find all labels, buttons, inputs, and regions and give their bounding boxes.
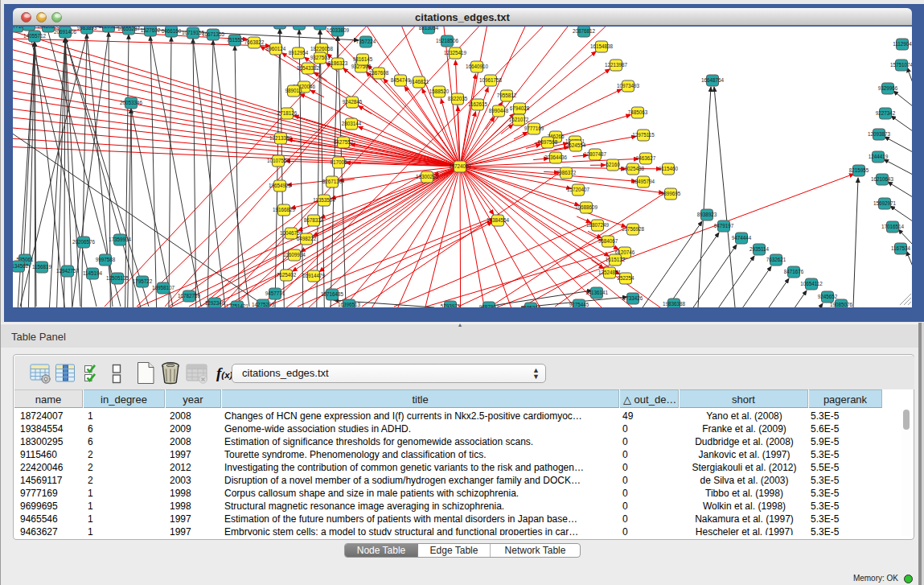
svg-text:12942757: 12942757 (56, 268, 80, 274)
svg-text:9457771: 9457771 (265, 290, 285, 296)
svg-text:1588520: 1588520 (429, 89, 450, 94)
svg-text:20691406: 20691406 (54, 29, 77, 35)
svg-text:16033809: 16033809 (326, 27, 350, 33)
svg-text:1795722: 1795722 (133, 278, 153, 284)
svg-text:16648764: 16648764 (701, 77, 725, 83)
svg-text:16914479: 16914479 (302, 273, 326, 278)
svg-text:2367608: 2367608 (369, 70, 389, 76)
svg-text:13524851: 13524851 (598, 270, 622, 275)
svg-text:19085076: 19085076 (830, 302, 853, 307)
svg-text:1162615: 1162615 (468, 101, 488, 107)
svg-text:3624554: 3624554 (566, 142, 586, 148)
svg-text:8215955: 8215955 (849, 167, 869, 173)
svg-text:8678334: 8678334 (304, 217, 324, 223)
svg-text:7986372: 7986372 (556, 170, 577, 175)
svg-text:12213389: 12213389 (269, 135, 293, 141)
svg-text:12505135: 12505135 (106, 275, 129, 281)
svg-text:16782759: 16782759 (178, 293, 201, 299)
svg-text:7625402: 7625402 (277, 272, 297, 278)
svg-text:6794028: 6794028 (510, 105, 530, 111)
svg-text:2935114: 2935114 (749, 246, 770, 252)
svg-text:8990448: 8990448 (489, 108, 509, 113)
svg-text:10655287: 10655287 (117, 27, 141, 31)
svg-text:14275203: 14275203 (252, 302, 275, 307)
svg-text:7663822: 7663822 (244, 39, 265, 45)
svg-text:989013: 989013 (285, 88, 302, 93)
svg-text:10025438: 10025438 (622, 166, 645, 171)
svg-text:15692971: 15692971 (873, 200, 897, 206)
svg-text:17016514: 17016514 (881, 224, 905, 229)
svg-text:9997588: 9997588 (96, 257, 116, 262)
svg-text:20206576: 20206576 (72, 239, 96, 245)
svg-text:17751421: 17751421 (226, 303, 249, 307)
svg-text:8471676: 8471676 (784, 269, 804, 274)
svg-text:3220921: 3220921 (99, 27, 119, 29)
svg-text:9327503: 9327503 (310, 55, 331, 60)
svg-text:9777169: 9777169 (524, 126, 544, 131)
svg-text:9115460: 9115460 (659, 166, 679, 171)
svg-text:16154838: 16154838 (590, 43, 614, 49)
svg-text:2803144: 2803144 (342, 121, 362, 126)
svg-text:20364436: 20364436 (544, 154, 568, 160)
svg-text:1527602: 1527602 (141, 27, 161, 33)
svg-text:9899695: 9899695 (661, 191, 681, 196)
svg-text:18724007: 18724007 (449, 163, 472, 169)
svg-text:1145194: 1145194 (83, 270, 103, 276)
svg-text:12325419: 12325419 (444, 50, 467, 56)
svg-text:8454749: 8454749 (391, 77, 411, 83)
svg-text:8267130: 8267130 (322, 179, 343, 184)
svg-text:9245652: 9245652 (818, 294, 838, 299)
svg-text:12093873: 12093873 (868, 131, 891, 137)
svg-text:5793975: 5793975 (441, 303, 461, 307)
svg-text:19166829: 19166829 (273, 207, 296, 212)
svg-text:19384554: 19384554 (487, 217, 510, 223)
svg-text:1733426: 1733426 (623, 295, 643, 301)
svg-text:19218506: 19218506 (436, 38, 459, 43)
svg-text:7485063: 7485063 (628, 109, 648, 115)
svg-text:12975115: 12975115 (632, 132, 655, 138)
svg-text:1615132: 1615132 (606, 257, 626, 262)
svg-text:1292346: 1292346 (205, 300, 225, 306)
svg-text:7955812: 7955812 (497, 93, 517, 98)
svg-text:17359934: 17359934 (109, 237, 132, 242)
svg-text:5685216: 5685216 (521, 305, 541, 307)
svg-text:18300295: 18300295 (416, 174, 439, 179)
svg-text:15716485: 15716485 (321, 291, 344, 297)
svg-text:917006: 917006 (330, 159, 347, 165)
svg-text:16396513: 16396513 (338, 302, 361, 307)
svg-text:11609934: 11609934 (283, 252, 306, 257)
svg-text:10107554: 10107554 (267, 158, 290, 163)
svg-text:16640910: 16640910 (466, 64, 489, 69)
svg-text:10756928: 10756928 (622, 226, 645, 232)
svg-text:12213987: 12213987 (605, 62, 628, 68)
svg-text:9463627: 9463627 (636, 155, 656, 161)
svg-text:9329966: 9329966 (878, 85, 898, 91)
svg-text:252254: 252254 (617, 275, 634, 281)
svg-text:10654112: 10654112 (800, 281, 823, 286)
svg-text:18495794: 18495794 (632, 179, 655, 184)
svg-text:8134562: 8134562 (13, 263, 29, 269)
svg-text:8960124: 8960124 (266, 46, 286, 51)
svg-text:10958107: 10958107 (152, 285, 175, 290)
svg-text:1112904: 1112904 (893, 41, 912, 47)
svg-text:1621072: 1621072 (509, 117, 529, 122)
svg-text:1167534: 1167534 (891, 245, 911, 251)
svg-text:6479197: 6479197 (714, 223, 734, 229)
svg-text:8912954: 8912954 (289, 50, 309, 56)
svg-text:11353594: 11353594 (313, 197, 335, 203)
svg-text:8813054: 8813054 (419, 27, 439, 31)
svg-text:8938923: 8938923 (697, 212, 717, 217)
svg-text:9983893: 9983893 (77, 27, 97, 31)
svg-text:10688609: 10688609 (575, 204, 598, 210)
svg-text:9146821: 9146821 (409, 79, 429, 84)
svg-text:18807249: 18807249 (586, 222, 610, 228)
svg-text:1156819: 1156819 (32, 264, 52, 270)
svg-text:16543382: 16543382 (297, 65, 320, 71)
svg-text:20053346: 20053346 (120, 100, 143, 105)
svg-text:14136141: 14136141 (585, 290, 609, 295)
svg-text:6466160: 6466160 (162, 28, 182, 34)
svg-text:8427552: 8427552 (334, 139, 354, 145)
svg-text:10973493: 10973493 (617, 83, 640, 89)
svg-text:9275445: 9275445 (569, 302, 589, 307)
svg-text:20876812: 20876812 (573, 28, 596, 34)
